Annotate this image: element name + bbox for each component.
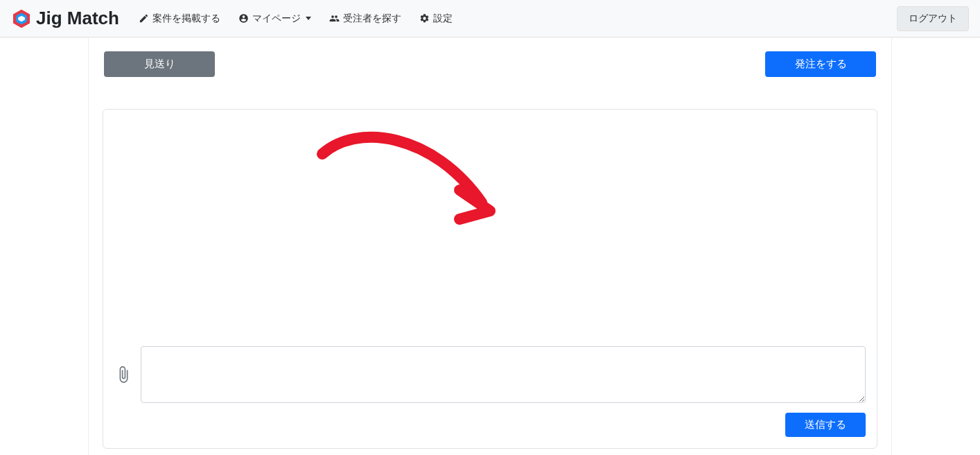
user-circle-icon — [238, 13, 249, 24]
users-icon — [329, 13, 340, 24]
message-input[interactable] — [141, 346, 866, 403]
nav-find-contractor-label: 受注者を探す — [343, 12, 401, 25]
chevron-down-icon — [306, 17, 311, 20]
logo-icon — [11, 8, 32, 29]
pencil-icon — [139, 13, 149, 24]
navbar-left: Jig Match 案件を掲載する マイページ 受注者を探す 設定 — [11, 8, 460, 29]
nav-settings[interactable]: 設定 — [412, 8, 460, 29]
nav-find-contractor[interactable]: 受注者を探す — [322, 8, 408, 29]
chat-body — [114, 119, 866, 346]
nav-post-job-label: 案件を掲載する — [152, 12, 220, 25]
message-input-row — [114, 346, 866, 403]
chat-panel: 送信する — [103, 109, 877, 449]
brand[interactable]: Jig Match — [11, 8, 123, 29]
nav-mypage-label: マイページ — [252, 12, 301, 25]
action-row: 見送り 発注をする — [103, 51, 877, 77]
decline-button[interactable]: 見送り — [104, 51, 215, 77]
order-button[interactable]: 発注をする — [765, 51, 876, 77]
send-row: 送信する — [114, 413, 866, 437]
nav-settings-label: 設定 — [433, 12, 453, 25]
nav-post-job[interactable]: 案件を掲載する — [132, 8, 227, 29]
brand-name: Jig Match — [36, 8, 119, 29]
nav-mypage[interactable]: マイページ — [231, 8, 318, 29]
gear-icon — [419, 13, 430, 24]
logout-button[interactable]: ログアウト — [897, 6, 969, 31]
arrow-annotation — [308, 126, 516, 237]
paperclip-icon[interactable] — [114, 366, 132, 384]
send-button[interactable]: 送信する — [785, 413, 866, 437]
navbar: Jig Match 案件を掲載する マイページ 受注者を探す 設定 ログアウト — [0, 0, 980, 37]
content-sheet: 見送り 発注をする 送信する — [88, 37, 892, 455]
page: 見送り 発注をする 送信する — [0, 37, 980, 455]
